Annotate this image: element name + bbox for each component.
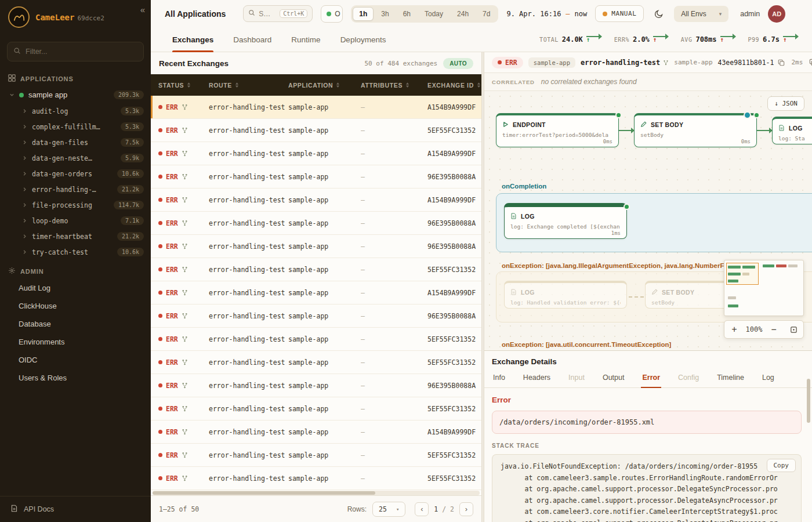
manual-refresh-button[interactable]: MANUAL bbox=[595, 5, 644, 22]
details-tab-log[interactable]: Log bbox=[761, 371, 775, 387]
flow-node-log-completion[interactable]: LOG log: Exchange completed [${exchan 1m… bbox=[504, 203, 627, 239]
exchange-row[interactable]: ERR error-handling-test sample-app — 5EF… bbox=[151, 119, 481, 142]
exchange-row[interactable]: ERR error-handling-test sample-app — 96E… bbox=[151, 165, 481, 188]
copy-stack-button[interactable]: Copy bbox=[767, 459, 796, 472]
details-tab-config[interactable]: Config bbox=[677, 371, 700, 387]
chevron-right-icon bbox=[22, 234, 27, 239]
table-column-header[interactable]: EXCHANGE ID bbox=[427, 82, 481, 89]
time-range-button[interactable]: 1h bbox=[353, 7, 374, 21]
nav-tab-runtime[interactable]: Runtime bbox=[291, 27, 320, 52]
sidebar-route-item[interactable]: timer-heartbeat 21.2k bbox=[0, 229, 151, 244]
route-flow-canvas[interactable]: ↓ JSON ENDPOINT timer:errorTest?period=5… bbox=[484, 91, 812, 350]
exchange-row[interactable]: ERR error-handling-test sample-app — 5EF… bbox=[151, 397, 481, 420]
flow-node-log[interactable]: LOG log: Sta bbox=[772, 117, 812, 144]
zoom-in-button[interactable]: + bbox=[724, 321, 744, 338]
flow-node-set-body-exception[interactable]: SET BODY setBody bbox=[645, 281, 732, 309]
exchange-row[interactable]: ERR error-handling-test sample-app — 96E… bbox=[151, 212, 481, 235]
exchange-row[interactable]: ERR error-handling-test sample-app — A15… bbox=[151, 420, 481, 444]
flow-node-set-body[interactable]: SET BODY setBody 0ms bbox=[634, 113, 757, 147]
sidebar-admin-item[interactable]: ClickHouse bbox=[0, 297, 151, 315]
exchange-id-cell: 5EF55FC31352 bbox=[427, 405, 481, 413]
nav-tab-deployments[interactable]: Deployments bbox=[340, 27, 386, 52]
api-docs-link[interactable]: API Docs bbox=[0, 496, 151, 522]
flow-minimap[interactable] bbox=[724, 260, 804, 316]
env-select[interactable]: All Envs ▾ bbox=[674, 6, 728, 22]
details-scrollbar[interactable] bbox=[807, 379, 810, 423]
route-count-badge: 7.1k bbox=[121, 216, 144, 225]
auto-badge[interactable]: AUTO bbox=[443, 58, 473, 69]
total-pages: 2 bbox=[450, 505, 454, 513]
nav-tab-exchanges[interactable]: Exchanges bbox=[172, 27, 213, 52]
sidebar-route-item[interactable]: data-gen-orders 10.6k bbox=[0, 166, 151, 182]
sidebar-admin-item[interactable]: Environments bbox=[0, 333, 151, 351]
avatar[interactable]: AD bbox=[768, 5, 785, 23]
route-fork-icon bbox=[182, 336, 188, 342]
sidebar-route-item[interactable]: error-handling-… 21.2k bbox=[0, 182, 151, 197]
download-json-button[interactable]: ↓ JSON bbox=[767, 96, 804, 111]
sidebar-route-item[interactable]: complex-fulfillm… 5.3k bbox=[0, 119, 151, 135]
zoom-out-button[interactable]: − bbox=[764, 321, 784, 338]
sidebar-route-item[interactable]: try-catch-test 10.6k bbox=[0, 244, 151, 260]
details-tab-headers[interactable]: Headers bbox=[522, 371, 552, 387]
sidebar-admin-item[interactable]: Audit Log bbox=[0, 279, 151, 297]
exchange-row[interactable]: ERR error-handling-test sample-app — 5EF… bbox=[151, 351, 481, 374]
sidebar-route-item[interactable]: loop-demo 7.1k bbox=[0, 213, 151, 229]
exchange-row[interactable]: ERR error-handling-test sample-app — A15… bbox=[151, 281, 481, 304]
exchange-row[interactable]: ERR error-handling-test sample-app — 5EF… bbox=[151, 467, 481, 490]
status-cell: ERR bbox=[158, 335, 209, 343]
date-range[interactable]: 9. Apr. 16:16 — now bbox=[506, 10, 587, 18]
time-range-button[interactable]: 7d bbox=[476, 7, 496, 21]
sidebar-route-item[interactable]: file-processing 114.7k bbox=[0, 197, 151, 213]
flow-node-endpoint[interactable]: ENDPOINT timer:errorTest?period=5000&del… bbox=[496, 113, 619, 147]
time-range-button[interactable]: 3h bbox=[375, 7, 395, 21]
table-column-header[interactable]: APPLICATION bbox=[288, 82, 361, 89]
sidebar-item-sample-app[interactable]: sample app 209.3k bbox=[0, 86, 151, 103]
flow-node-log-exception[interactable]: LOG log: Handled validation error: ${exc… bbox=[504, 281, 627, 309]
sidebar-admin-item[interactable]: Users & Roles bbox=[0, 369, 151, 387]
time-range-button[interactable]: Today bbox=[418, 7, 449, 21]
dark-mode-toggle[interactable] bbox=[652, 7, 666, 21]
copy-id-button[interactable] bbox=[777, 58, 786, 67]
details-tab-error[interactable]: Error bbox=[641, 371, 661, 387]
table-column-header[interactable]: ATTRIBUTES bbox=[361, 82, 427, 89]
copy-exchange-button[interactable] bbox=[808, 57, 812, 67]
exchange-row[interactable]: ERR error-handling-test sample-app — 5EF… bbox=[151, 258, 481, 281]
sidebar-admin-item[interactable]: OIDC bbox=[0, 351, 151, 369]
details-tab-output[interactable]: Output bbox=[601, 371, 626, 387]
nav-tab-dashboard[interactable]: Dashboard bbox=[233, 27, 271, 52]
exchange-row[interactable]: ERR error-handling-test sample-app — A15… bbox=[151, 188, 481, 212]
next-page-button[interactable]: › bbox=[459, 502, 473, 516]
time-range-button[interactable]: 6h bbox=[397, 7, 417, 21]
table-column-header[interactable]: ROUTE bbox=[209, 82, 288, 89]
sidebar-route-item[interactable]: data-gen-neste… 5.9k bbox=[0, 150, 151, 166]
exchange-row[interactable]: ERR error-handling-test sample-app — 96E… bbox=[151, 235, 481, 258]
sidebar-collapse-button[interactable]: « bbox=[140, 5, 145, 14]
exchange-row[interactable]: ERR error-handling-test sample-app — A15… bbox=[151, 142, 481, 165]
exchange-id-cell: 96E395B0088A bbox=[427, 312, 481, 320]
online-status-chip[interactable]: O bbox=[321, 5, 343, 23]
sidebar-admin-item[interactable]: Database bbox=[0, 315, 151, 333]
details-tab-info[interactable]: Info bbox=[492, 371, 506, 387]
exchange-row[interactable]: ERR error-handling-test sample-app — 5EF… bbox=[151, 328, 481, 351]
exchange-row[interactable]: ERR error-handling-test sample-app — 96E… bbox=[151, 304, 481, 328]
sidebar-route-item[interactable]: audit-log 5.3k bbox=[0, 103, 151, 119]
attributes-cell: — bbox=[361, 335, 427, 343]
exchange-row[interactable]: ERR error-handling-test sample-app — A15… bbox=[151, 96, 481, 119]
prev-page-button[interactable]: ‹ bbox=[415, 502, 429, 516]
rows-per-page-select[interactable]: 25 ▾ bbox=[372, 502, 405, 517]
exchange-row[interactable]: ERR error-handling-test sample-app — 5EF… bbox=[151, 444, 481, 467]
global-search[interactable]: S… Ctrl+K bbox=[243, 5, 313, 22]
scrollbar-thumb[interactable] bbox=[153, 491, 375, 495]
filter-input[interactable] bbox=[26, 48, 137, 56]
exchange-id-cell: 96E395B0088A bbox=[427, 382, 481, 390]
exchange-row[interactable]: ERR error-handling-test sample-app — 96E… bbox=[151, 374, 481, 397]
details-tab-input[interactable]: Input bbox=[567, 371, 586, 387]
horizontal-scrollbar[interactable] bbox=[153, 491, 480, 495]
table-column-header[interactable]: STATUS bbox=[158, 82, 209, 89]
time-range-button[interactable]: 24h bbox=[451, 7, 475, 21]
sidebar-route-item[interactable]: data-gen-files 7.5k bbox=[0, 135, 151, 150]
status-cell: ERR bbox=[158, 289, 209, 297]
sidebar-filter[interactable] bbox=[7, 42, 144, 61]
fit-view-button[interactable] bbox=[784, 321, 803, 338]
details-tab-timeline[interactable]: Timeline bbox=[716, 371, 745, 387]
